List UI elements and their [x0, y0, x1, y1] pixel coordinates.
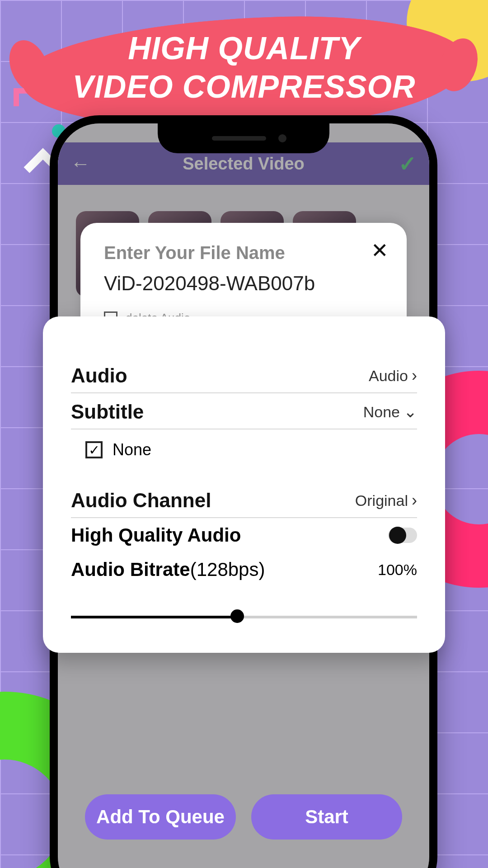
chevron-down-icon: ⌄ — [404, 402, 417, 421]
hq-audio-row: High Quality Audio — [71, 518, 417, 552]
subtitle-label: Subtitle — [71, 401, 144, 423]
slider-fill — [71, 616, 237, 618]
audio-channel-value: Original — [355, 492, 408, 509]
banner-line2: VIDEO COMPRESSOR — [0, 68, 488, 106]
start-button[interactable]: Start — [251, 794, 402, 840]
audio-channel-row[interactable]: Audio Channel Original › — [71, 482, 417, 518]
hq-audio-label: High Quality Audio — [71, 524, 241, 546]
checkbox-checked-icon[interactable]: ✓ — [85, 441, 103, 458]
none-label: None — [113, 440, 151, 459]
settings-sheet: Audio Audio › Subtitle None ⌄ ✓ None Aud… — [43, 316, 445, 653]
action-buttons: Add To Queue Start — [85, 794, 402, 840]
audio-value: Audio — [369, 367, 408, 385]
add-to-queue-button[interactable]: Add To Queue — [85, 794, 236, 840]
audio-channel-label: Audio Channel — [71, 489, 211, 512]
promo-banner-text: HIGH QUALITY VIDEO COMPRESSOR — [0, 29, 488, 107]
toggle-knob — [389, 527, 406, 544]
bitrate-value: 100% — [378, 561, 417, 579]
bitrate-slider[interactable] — [71, 612, 417, 621]
banner-line1: HIGH QUALITY — [0, 29, 488, 68]
hq-audio-toggle[interactable] — [388, 528, 417, 543]
bitrate-sub: (128bps) — [190, 559, 265, 580]
filename-input[interactable]: ViD-2020498-WAB007b — [104, 272, 383, 295]
audio-row[interactable]: Audio Audio › — [71, 357, 417, 393]
phone-notch — [158, 123, 329, 153]
subtitle-none-row[interactable]: ✓ None — [71, 440, 417, 459]
bitrate-row: Audio Bitrate(128bps) 100% — [71, 552, 417, 587]
subtitle-value: None — [363, 403, 400, 421]
audio-label: Audio — [71, 364, 127, 387]
chevron-right-icon: › — [412, 491, 417, 510]
subtitle-row[interactable]: Subtitle None ⌄ — [71, 393, 417, 429]
bitrate-label: Audio Bitrate — [71, 559, 190, 580]
close-icon[interactable]: ✕ — [371, 238, 389, 263]
slider-knob[interactable] — [230, 609, 244, 623]
chevron-right-icon: › — [412, 366, 417, 385]
filename-label: Enter Your File Name — [104, 243, 383, 263]
